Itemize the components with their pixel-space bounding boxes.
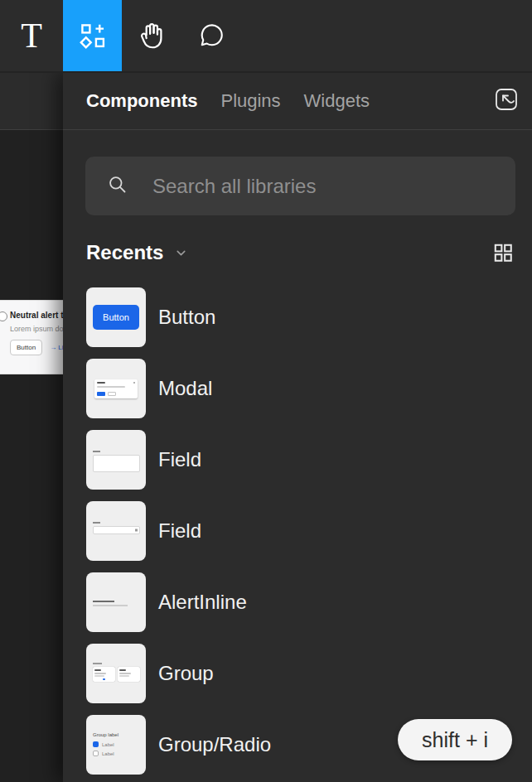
mini-text-input — [93, 455, 140, 472]
panel-header: Components Plugins Widgets — [63, 73, 532, 130]
assets-tool-button[interactable] — [63, 0, 122, 71]
tab-plugins[interactable]: Plugins — [220, 90, 280, 112]
search-icon — [106, 173, 128, 199]
insert-panel: Components Plugins Widgets Recents — [63, 73, 532, 782]
toolbar: T — [0, 0, 532, 73]
chevron-down-icon[interactable] — [174, 246, 188, 260]
alert-title: Neutral alert title — [10, 311, 63, 320]
alert-link: → Link text — [50, 344, 63, 351]
canvas-background: Neutral alert title Lorem ipsum dolor am… — [0, 73, 63, 782]
mini-radio-group: Group label Label Label — [93, 731, 118, 756]
tab-components[interactable]: Components — [86, 90, 197, 112]
mini-radio-unchecked — [93, 751, 99, 756]
background-panel-strip — [0, 73, 63, 130]
component-label: Group — [158, 662, 214, 685]
component-list: Button Button Modal Field — [63, 287, 532, 782]
panel-tabs: Components Plugins Widgets — [86, 90, 492, 112]
open-in-new-button[interactable] — [492, 87, 520, 115]
list-item-field-2[interactable]: Field — [63, 501, 532, 561]
tab-widgets[interactable]: Widgets — [304, 90, 370, 112]
button-thumbnail: Button — [86, 287, 146, 347]
list-item-alertinline[interactable]: AlertInline — [63, 572, 532, 632]
component-label: Modal — [158, 377, 212, 400]
grid-view-toggle-button[interactable] — [492, 242, 514, 263]
field-select-thumbnail — [86, 501, 146, 561]
grid-icon — [492, 242, 514, 263]
alert-body-text: Lorem ipsum dolor amet conse — [10, 325, 63, 333]
component-label: Group/Radio — [158, 733, 271, 756]
mini-card — [93, 667, 115, 682]
mini-card — [118, 667, 140, 682]
group-thumbnail — [86, 644, 146, 703]
mini-radio-checked — [93, 741, 99, 747]
field-thumbnail — [86, 430, 146, 490]
component-label: Field — [158, 448, 201, 471]
shortcut-text: shift + i — [422, 728, 488, 752]
component-label: Field — [158, 519, 201, 543]
text-tool-button[interactable]: T — [0, 0, 63, 71]
hand-icon — [136, 20, 167, 51]
search-bar[interactable] — [85, 157, 515, 215]
canvas-alert-component: Neutral alert title Lorem ipsum dolor am… — [0, 300, 63, 374]
modal-thumbnail — [86, 359, 146, 418]
component-label: Button — [158, 306, 215, 329]
text-tool-icon: T — [21, 18, 42, 53]
list-item-modal[interactable]: Modal — [63, 359, 532, 418]
group-radio-thumbnail: Group label Label Label — [86, 715, 146, 775]
comment-tool-button[interactable] — [181, 0, 241, 71]
alertinline-thumbnail — [86, 572, 146, 632]
hand-tool-button[interactable] — [122, 0, 181, 71]
alert-button: Button — [10, 340, 42, 355]
list-item-group[interactable]: Group — [63, 644, 532, 703]
arrow-up-left-box-icon — [493, 86, 520, 116]
mini-button: Button — [93, 305, 139, 330]
mini-select-input — [93, 526, 140, 534]
info-icon — [0, 311, 7, 321]
list-item-field[interactable]: Field — [63, 430, 532, 490]
alert-actions: Button → Link text — [10, 340, 63, 355]
keyboard-shortcut-hint: shift + i — [398, 719, 512, 760]
search-input[interactable] — [151, 174, 499, 199]
component-label: AlertInline — [158, 591, 247, 614]
comment-icon — [196, 21, 226, 51]
recents-header: Recents — [86, 239, 514, 266]
recents-title[interactable]: Recents — [86, 241, 163, 264]
list-item-button[interactable]: Button Button — [63, 287, 532, 347]
mini-modal — [94, 379, 138, 398]
assets-icon — [78, 21, 108, 51]
